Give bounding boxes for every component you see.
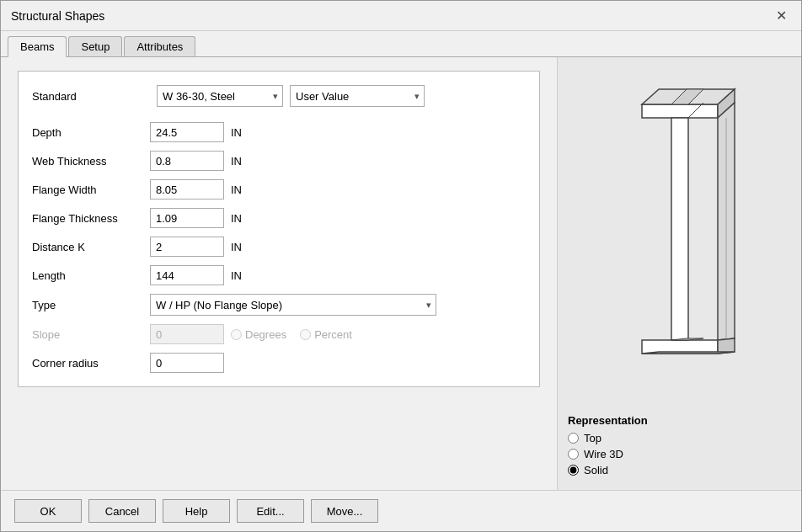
corner-radius-input[interactable]	[150, 353, 224, 373]
dialog-title: Structural Shapes	[11, 9, 104, 23]
distance-k-row: Distance K IN	[32, 237, 526, 257]
tab-beams[interactable]: Beams	[8, 36, 67, 57]
rep-solid-option[interactable]: Solid	[568, 464, 791, 476]
type-row: Type W / HP (No Flange Slope) S / M / HP…	[32, 294, 526, 316]
length-unit: IN	[231, 269, 242, 282]
slope-input	[150, 324, 224, 344]
web-thickness-label: Web Thickness	[32, 155, 150, 168]
web-thickness-row: Web Thickness IN	[32, 151, 526, 171]
standard-row: Standard W 36-30, Steel W 36-40, Steel W…	[32, 85, 526, 107]
length-row: Length IN	[32, 265, 526, 285]
depth-input[interactable]	[150, 122, 224, 142]
help-button[interactable]: Help	[163, 499, 230, 523]
representation-title: Representation	[568, 414, 791, 427]
length-label: Length	[32, 269, 150, 282]
flange-thickness-input[interactable]	[150, 208, 224, 228]
slope-degrees-label: Degrees	[245, 328, 286, 341]
tabs-row: Beams Setup Attributes	[1, 31, 801, 57]
cancel-button[interactable]: Cancel	[88, 499, 156, 523]
slope-degrees-option[interactable]: Degrees	[231, 328, 286, 341]
depth-label: Depth	[32, 126, 150, 139]
edit-button[interactable]: Edit...	[237, 499, 304, 523]
distance-k-unit: IN	[231, 241, 242, 253]
corner-radius-row: Corner radius	[32, 353, 526, 373]
flange-width-input[interactable]	[150, 179, 224, 200]
slope-row: Slope Degrees Percent	[32, 324, 526, 344]
content-area: Standard W 36-30, Steel W 36-40, Steel W…	[1, 57, 801, 490]
flange-thickness-label: Flange Thickness	[32, 212, 150, 225]
web-thickness-input[interactable]	[150, 151, 224, 171]
tab-attributes[interactable]: Attributes	[124, 36, 195, 56]
slope-radio-group: Degrees Percent	[231, 328, 352, 341]
type-label: Type	[32, 299, 150, 311]
rep-wire3d-radio[interactable]	[568, 449, 579, 460]
standard-label: Standard	[32, 90, 150, 103]
length-input[interactable]	[150, 265, 224, 285]
svg-rect-2	[671, 118, 688, 340]
slope-percent-radio[interactable]	[300, 329, 311, 340]
footer-buttons: OK Cancel Help Edit... Move...	[1, 490, 801, 531]
web-thickness-unit: IN	[231, 155, 242, 168]
uservalue-select-wrapper: User Value Standard Value	[290, 85, 425, 107]
standard-select-wrapper: W 36-30, Steel W 36-40, Steel W 36-50, S…	[157, 85, 283, 107]
distance-k-label: Distance K	[32, 241, 150, 253]
form-section: Standard W 36-30, Steel W 36-40, Steel W…	[18, 71, 540, 387]
rep-solid-label: Solid	[584, 464, 608, 476]
beam-preview	[568, 71, 791, 407]
type-dropdown-wrapper: W / HP (No Flange Slope) S / M / HP (Tap…	[150, 294, 436, 316]
rep-wire3d-label: Wire 3D	[584, 448, 623, 460]
rep-wire3d-option[interactable]: Wire 3D	[568, 448, 791, 460]
representation-section: Representation Top Wire 3D Solid	[568, 407, 791, 480]
depth-row: Depth IN	[32, 122, 526, 142]
left-panel: Standard W 36-30, Steel W 36-40, Steel W…	[1, 57, 557, 490]
slope-percent-label: Percent	[314, 328, 352, 341]
beam-svg	[596, 79, 764, 399]
slope-percent-option[interactable]: Percent	[300, 328, 352, 341]
flange-width-label: Flange Width	[32, 184, 150, 196]
corner-radius-label: Corner radius	[32, 357, 150, 370]
flange-width-row: Flange Width IN	[32, 179, 526, 200]
type-select[interactable]: W / HP (No Flange Slope) S / M / HP (Tap…	[150, 294, 436, 316]
rep-top-label: Top	[584, 432, 602, 444]
rep-top-radio[interactable]	[568, 433, 579, 444]
flange-thickness-row: Flange Thickness IN	[32, 208, 526, 228]
standard-select[interactable]: W 36-30, Steel W 36-40, Steel W 36-50, S…	[157, 85, 283, 107]
rep-top-option[interactable]: Top	[568, 432, 791, 444]
tab-setup[interactable]: Setup	[68, 36, 122, 56]
flange-thickness-unit: IN	[231, 212, 242, 225]
uservalue-select[interactable]: User Value Standard Value	[290, 85, 425, 107]
title-bar: Structural Shapes ✕	[1, 1, 801, 31]
close-button[interactable]: ✕	[771, 6, 791, 26]
right-panel: Representation Top Wire 3D Solid	[557, 57, 801, 490]
svg-marker-0	[642, 104, 718, 118]
distance-k-input[interactable]	[150, 237, 224, 257]
slope-degrees-radio[interactable]	[231, 329, 242, 340]
svg-marker-12	[642, 352, 735, 354]
flange-width-unit: IN	[231, 184, 242, 196]
slope-label: Slope	[32, 328, 150, 341]
depth-unit: IN	[231, 126, 242, 139]
ok-button[interactable]: OK	[14, 499, 82, 523]
structural-shapes-dialog: Structural Shapes ✕ Beams Setup Attribut…	[0, 0, 802, 532]
move-button[interactable]: Move...	[311, 499, 378, 523]
rep-solid-radio[interactable]	[568, 465, 579, 476]
